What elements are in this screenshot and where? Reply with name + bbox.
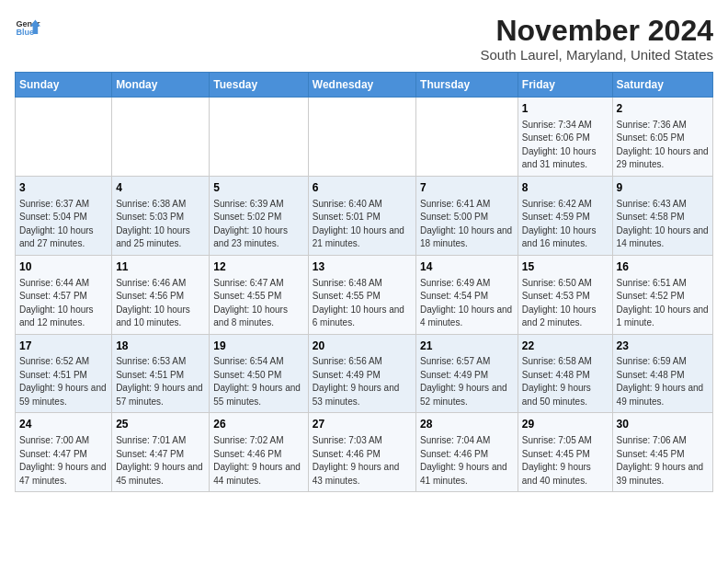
header-day-wednesday: Wednesday	[308, 73, 415, 98]
day-cell: 27Sunrise: 7:03 AM Sunset: 4:46 PM Dayli…	[308, 413, 415, 492]
day-info: Sunrise: 6:57 AM Sunset: 4:49 PM Dayligh…	[420, 355, 514, 408]
day-info: Sunrise: 6:50 AM Sunset: 4:53 PM Dayligh…	[522, 277, 609, 330]
day-info: Sunrise: 7:06 AM Sunset: 4:45 PM Dayligh…	[617, 434, 709, 488]
day-info: Sunrise: 6:51 AM Sunset: 4:52 PM Dayligh…	[617, 277, 709, 330]
day-number: 24	[19, 417, 108, 432]
week-row-0: 1Sunrise: 7:34 AM Sunset: 6:06 PM Daylig…	[16, 98, 713, 177]
day-info: Sunrise: 6:56 AM Sunset: 4:49 PM Dayligh…	[313, 355, 412, 408]
day-number: 15	[522, 259, 609, 275]
day-number: 4	[116, 180, 205, 196]
day-number: 30	[617, 417, 709, 432]
day-cell: 11Sunrise: 6:46 AM Sunset: 4:56 PM Dayli…	[112, 255, 210, 334]
day-number: 14	[420, 259, 514, 275]
day-info: Sunrise: 6:52 AM Sunset: 4:51 PM Dayligh…	[19, 355, 108, 408]
day-number: 26	[213, 417, 303, 432]
day-cell: 29Sunrise: 7:05 AM Sunset: 4:45 PM Dayli…	[518, 413, 612, 492]
day-number: 22	[522, 339, 609, 354]
day-cell	[112, 98, 210, 177]
header-day-sunday: Sunday	[16, 73, 112, 98]
day-number: 2	[617, 101, 709, 117]
day-cell: 3Sunrise: 6:37 AM Sunset: 5:04 PM Daylig…	[16, 176, 112, 255]
calendar-table: SundayMondayTuesdayWednesdayThursdayFrid…	[15, 72, 713, 492]
day-number: 9	[617, 180, 709, 196]
day-info: Sunrise: 6:39 AM Sunset: 5:02 PM Dayligh…	[213, 198, 303, 251]
day-info: Sunrise: 6:46 AM Sunset: 4:56 PM Dayligh…	[116, 277, 205, 330]
day-number: 25	[116, 417, 205, 432]
day-number: 16	[617, 259, 709, 275]
day-cell: 2Sunrise: 7:36 AM Sunset: 6:05 PM Daylig…	[612, 98, 712, 177]
day-info: Sunrise: 7:36 AM Sunset: 6:05 PM Dayligh…	[617, 119, 709, 172]
header-row: SundayMondayTuesdayWednesdayThursdayFrid…	[16, 73, 713, 98]
day-number: 13	[313, 259, 412, 275]
header-day-friday: Friday	[518, 73, 612, 98]
day-cell: 14Sunrise: 6:49 AM Sunset: 4:54 PM Dayli…	[416, 255, 518, 334]
day-cell: 25Sunrise: 7:01 AM Sunset: 4:47 PM Dayli…	[112, 413, 210, 492]
day-info: Sunrise: 6:47 AM Sunset: 4:55 PM Dayligh…	[213, 277, 303, 330]
day-info: Sunrise: 6:49 AM Sunset: 4:54 PM Dayligh…	[420, 277, 514, 330]
day-number: 29	[522, 417, 609, 432]
logo: General Blue	[15, 15, 40, 40]
day-cell: 20Sunrise: 6:56 AM Sunset: 4:49 PM Dayli…	[308, 334, 415, 413]
day-number: 17	[19, 339, 108, 354]
day-number: 1	[522, 101, 609, 117]
day-info: Sunrise: 7:02 AM Sunset: 4:46 PM Dayligh…	[213, 434, 303, 488]
header-day-monday: Monday	[112, 73, 210, 98]
main-title: November 2024	[481, 15, 713, 47]
day-number: 7	[420, 180, 514, 196]
day-cell: 21Sunrise: 6:57 AM Sunset: 4:49 PM Dayli…	[416, 334, 518, 413]
day-cell: 5Sunrise: 6:39 AM Sunset: 5:02 PM Daylig…	[210, 176, 308, 255]
day-cell: 18Sunrise: 6:53 AM Sunset: 4:51 PM Dayli…	[112, 334, 210, 413]
day-number: 6	[313, 180, 412, 196]
day-number: 19	[213, 339, 303, 354]
day-cell: 9Sunrise: 6:43 AM Sunset: 4:58 PM Daylig…	[612, 176, 712, 255]
day-cell: 26Sunrise: 7:02 AM Sunset: 4:46 PM Dayli…	[210, 413, 308, 492]
day-info: Sunrise: 6:42 AM Sunset: 4:59 PM Dayligh…	[522, 198, 609, 251]
day-info: Sunrise: 7:05 AM Sunset: 4:45 PM Dayligh…	[522, 434, 609, 488]
day-cell: 13Sunrise: 6:48 AM Sunset: 4:55 PM Dayli…	[308, 255, 415, 334]
day-number: 18	[116, 339, 205, 354]
day-cell	[16, 98, 112, 177]
day-number: 21	[420, 339, 514, 354]
day-info: Sunrise: 7:03 AM Sunset: 4:46 PM Dayligh…	[313, 434, 412, 488]
day-cell: 4Sunrise: 6:38 AM Sunset: 5:03 PM Daylig…	[112, 176, 210, 255]
week-row-3: 17Sunrise: 6:52 AM Sunset: 4:51 PM Dayli…	[16, 334, 713, 413]
day-info: Sunrise: 6:37 AM Sunset: 5:04 PM Dayligh…	[19, 198, 108, 251]
header-day-tuesday: Tuesday	[210, 73, 308, 98]
logo-icon: General Blue	[15, 15, 40, 40]
day-cell	[308, 98, 415, 177]
day-info: Sunrise: 7:34 AM Sunset: 6:06 PM Dayligh…	[522, 119, 609, 172]
day-info: Sunrise: 6:43 AM Sunset: 4:58 PM Dayligh…	[617, 198, 709, 251]
day-info: Sunrise: 6:41 AM Sunset: 5:00 PM Dayligh…	[420, 198, 514, 251]
day-number: 20	[313, 339, 412, 354]
day-number: 27	[313, 417, 412, 432]
day-number: 5	[213, 180, 303, 196]
day-number: 10	[19, 259, 108, 275]
week-row-2: 10Sunrise: 6:44 AM Sunset: 4:57 PM Dayli…	[16, 255, 713, 334]
day-info: Sunrise: 6:44 AM Sunset: 4:57 PM Dayligh…	[19, 277, 108, 330]
day-cell: 10Sunrise: 6:44 AM Sunset: 4:57 PM Dayli…	[16, 255, 112, 334]
day-cell: 6Sunrise: 6:40 AM Sunset: 5:01 PM Daylig…	[308, 176, 415, 255]
week-row-4: 24Sunrise: 7:00 AM Sunset: 4:47 PM Dayli…	[16, 413, 713, 492]
day-info: Sunrise: 7:01 AM Sunset: 4:47 PM Dayligh…	[116, 434, 205, 488]
day-number: 3	[19, 180, 108, 196]
day-number: 28	[420, 417, 514, 432]
day-cell: 28Sunrise: 7:04 AM Sunset: 4:46 PM Dayli…	[416, 413, 518, 492]
day-cell	[416, 98, 518, 177]
day-info: Sunrise: 6:54 AM Sunset: 4:50 PM Dayligh…	[213, 355, 303, 408]
day-number: 12	[213, 259, 303, 275]
subtitle: South Laurel, Maryland, United States	[481, 47, 713, 63]
day-number: 23	[617, 339, 709, 354]
day-number: 8	[522, 180, 609, 196]
day-info: Sunrise: 7:00 AM Sunset: 4:47 PM Dayligh…	[19, 434, 108, 488]
day-cell: 7Sunrise: 6:41 AM Sunset: 5:00 PM Daylig…	[416, 176, 518, 255]
day-number: 11	[116, 259, 205, 275]
page-header: General Blue November 2024 South Laurel,…	[15, 15, 713, 63]
day-cell: 1Sunrise: 7:34 AM Sunset: 6:06 PM Daylig…	[518, 98, 612, 177]
day-cell: 8Sunrise: 6:42 AM Sunset: 4:59 PM Daylig…	[518, 176, 612, 255]
day-cell: 16Sunrise: 6:51 AM Sunset: 4:52 PM Dayli…	[612, 255, 712, 334]
svg-text:Blue: Blue	[16, 28, 34, 37]
header-day-thursday: Thursday	[416, 73, 518, 98]
day-cell: 15Sunrise: 6:50 AM Sunset: 4:53 PM Dayli…	[518, 255, 612, 334]
day-info: Sunrise: 6:58 AM Sunset: 4:48 PM Dayligh…	[522, 355, 609, 408]
day-cell: 22Sunrise: 6:58 AM Sunset: 4:48 PM Dayli…	[518, 334, 612, 413]
